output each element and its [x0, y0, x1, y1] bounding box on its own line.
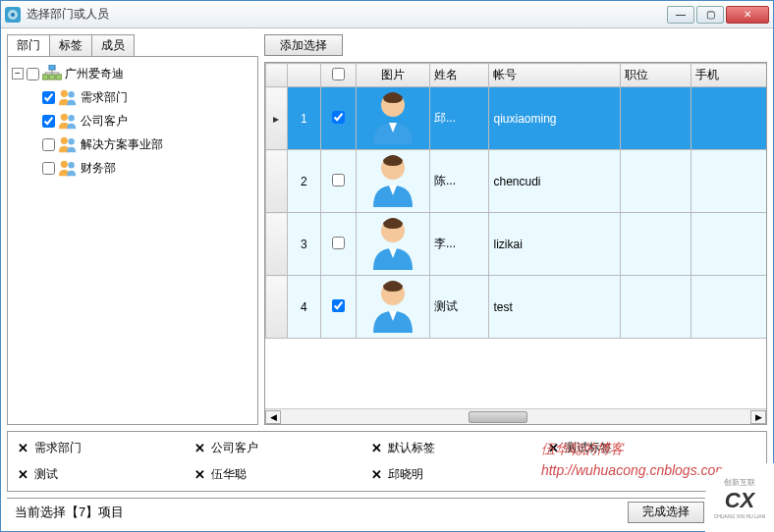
row-checkbox[interactable]	[332, 237, 345, 249]
tree-node[interactable]: 公司客户	[28, 110, 255, 132]
org-icon	[42, 64, 62, 83]
avatar-cell	[356, 276, 429, 339]
row-index: 4	[287, 276, 320, 339]
svg-rect-2	[49, 65, 55, 70]
tree-node-label: 需求部门	[81, 89, 128, 106]
col-phone-header[interactable]: 手机	[691, 64, 766, 87]
table-row[interactable]: 4 测试 test	[266, 276, 767, 339]
row-index: 3	[287, 213, 320, 276]
phone-cell	[691, 276, 766, 339]
selected-panel: ✕需求部门✕公司客户✕默认标签✕测试标签 ✕测试✕伍华聪✕邱晓明 伍华聪的博客 …	[7, 431, 767, 492]
selected-item: ✕默认标签	[371, 440, 460, 456]
phone-cell	[691, 87, 766, 150]
selected-item: ✕需求部门	[18, 440, 106, 456]
row-checkbox[interactable]	[332, 174, 345, 186]
svg-rect-4	[49, 75, 55, 80]
table-row[interactable]: 3 李... lizikai	[266, 213, 767, 276]
remove-icon[interactable]: ✕	[18, 467, 28, 482]
tree-node-checkbox[interactable]	[42, 91, 55, 104]
scroll-thumb[interactable]	[469, 411, 527, 423]
svg-point-16	[68, 138, 74, 144]
table-row[interactable]: ▸ 1 邱... qiuxiaoming	[266, 87, 767, 150]
tab-dept[interactable]: 部门	[7, 34, 50, 56]
account-cell: qiuxiaoming	[489, 87, 620, 150]
header-checkbox[interactable]	[332, 68, 345, 80]
scroll-right-icon[interactable]: ▶	[750, 410, 766, 424]
confirm-button[interactable]: 完成选择	[628, 502, 704, 523]
row-checkbox[interactable]	[332, 299, 345, 312]
selected-item: ✕测试	[18, 466, 106, 483]
brand-logo: 创新互联 CX CHUANG XIN HU LIAN	[705, 463, 774, 532]
remove-icon[interactable]: ✕	[18, 441, 28, 455]
minimize-button[interactable]: —	[667, 6, 694, 24]
position-cell	[620, 87, 691, 150]
close-button[interactable]: ✕	[726, 6, 769, 24]
svg-point-13	[61, 114, 68, 121]
status-bar: 当前选择【7】项目 完成选择 清	[7, 498, 767, 525]
selected-item-label: 公司客户	[211, 440, 258, 456]
tree-panel: − 广州爱奇迪 需求部门 公司客户	[7, 56, 258, 425]
data-grid: 图片 姓名 帐号 职位 手机 邮箱 ▸ 1 邱... qiuxiaomin	[265, 63, 766, 339]
name-cell: 测试	[429, 276, 489, 339]
col-name-header[interactable]: 姓名	[429, 64, 489, 87]
selected-item-label: 测试	[34, 466, 58, 483]
svg-point-15	[61, 137, 68, 144]
svg-point-12	[68, 91, 74, 97]
selected-item-label: 需求部门	[34, 440, 82, 456]
row-checkbox[interactable]	[332, 111, 345, 124]
col-check-header[interactable]	[320, 64, 356, 87]
tabs: 部门 标签 成员	[7, 34, 258, 56]
tab-tag[interactable]: 标签	[49, 34, 92, 56]
row-index: 1	[287, 87, 320, 150]
tree-node[interactable]: 需求部门	[28, 86, 255, 108]
remove-icon[interactable]: ✕	[371, 467, 382, 482]
selected-item-label: 邱晓明	[388, 466, 423, 483]
watermark: 伍华聪的博客 http://wuhuacong.cnblogs.com	[541, 438, 727, 482]
svg-point-18	[68, 162, 74, 168]
row-indicator	[266, 150, 288, 213]
remove-icon[interactable]: ✕	[194, 441, 205, 455]
tree-node-checkbox[interactable]	[42, 138, 55, 151]
people-icon	[58, 87, 78, 107]
tree-node-label: 解决方案事业部	[81, 136, 163, 153]
tree-node-checkbox[interactable]	[42, 115, 55, 128]
svg-point-11	[61, 90, 68, 97]
remove-icon[interactable]: ✕	[371, 441, 382, 455]
tab-member[interactable]: 成员	[91, 34, 135, 56]
col-acct-header[interactable]: 帐号	[489, 64, 620, 87]
col-pos-header[interactable]: 职位	[620, 64, 691, 87]
watermark-url: http://wuhuacong.cnblogs.com	[541, 459, 727, 481]
people-icon	[58, 111, 78, 131]
avatar-cell	[356, 87, 429, 150]
scroll-left-icon[interactable]: ◀	[265, 410, 281, 424]
tree-node-label: 公司客户	[81, 113, 128, 130]
selection-summary: 当前选择【7】项目	[15, 504, 622, 521]
tree-node[interactable]: 解决方案事业部	[28, 133, 255, 155]
position-cell	[620, 150, 691, 213]
horizontal-scrollbar[interactable]: ◀ ▶	[265, 408, 766, 424]
maximize-button[interactable]: ▢	[696, 6, 724, 24]
row-index: 2	[287, 150, 320, 213]
tree-root-checkbox[interactable]	[27, 68, 39, 80]
tree-root[interactable]: − 广州爱奇迪	[12, 63, 255, 84]
name-cell: 陈...	[429, 150, 489, 213]
remove-icon[interactable]: ✕	[194, 467, 205, 482]
row-indicator	[266, 213, 288, 276]
collapse-icon[interactable]: −	[12, 68, 24, 80]
account-cell: lizikai	[489, 213, 620, 276]
tree-node[interactable]: 财务部	[28, 157, 255, 179]
add-selection-button[interactable]: 添加选择	[264, 34, 343, 56]
people-icon	[58, 134, 78, 154]
row-indicator	[266, 276, 288, 339]
table-row[interactable]: 2 陈... chencudi	[266, 150, 767, 213]
phone-cell	[691, 213, 766, 276]
window-title: 选择部门或人员	[27, 6, 667, 23]
selected-item: ✕伍华聪	[194, 466, 283, 483]
name-cell: 邱...	[429, 87, 489, 150]
tree-node-checkbox[interactable]	[42, 162, 55, 175]
tree-node-label: 财务部	[81, 160, 116, 177]
row-indicator: ▸	[266, 87, 288, 150]
col-index	[287, 64, 320, 87]
col-img-header[interactable]: 图片	[356, 64, 429, 87]
app-icon	[5, 7, 21, 23]
